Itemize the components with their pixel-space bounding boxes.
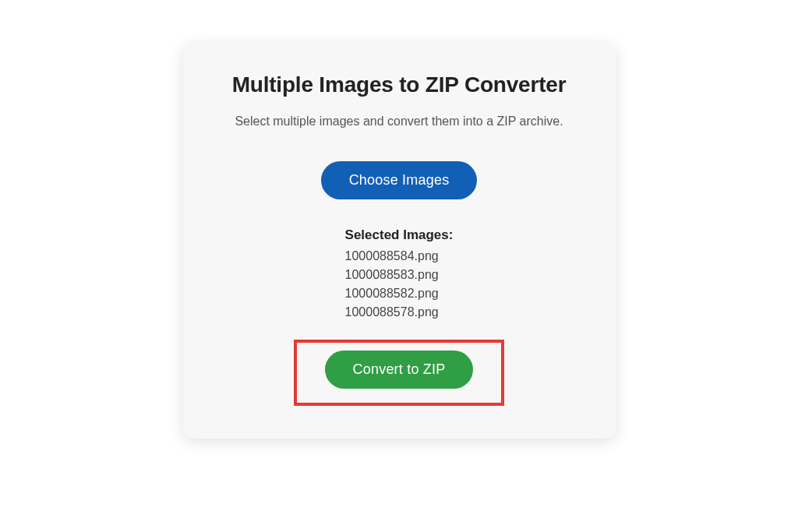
selected-images-label: Selected Images: bbox=[345, 227, 454, 243]
list-item: 1000088584.png bbox=[345, 249, 439, 263]
highlight-annotation: Convert to ZIP bbox=[294, 340, 505, 406]
choose-images-button[interactable]: Choose Images bbox=[321, 161, 478, 199]
list-item: 1000088582.png bbox=[345, 287, 439, 301]
converter-card: Multiple Images to ZIP Converter Select … bbox=[183, 43, 616, 439]
file-list: 1000088584.png 1000088583.png 1000088582… bbox=[345, 249, 439, 319]
page-subtitle: Select multiple images and convert them … bbox=[235, 115, 563, 129]
selected-images-section: Selected Images: 1000088584.png 10000885… bbox=[345, 227, 454, 319]
page-title: Multiple Images to ZIP Converter bbox=[232, 72, 567, 97]
list-item: 1000088578.png bbox=[345, 305, 439, 319]
list-item: 1000088583.png bbox=[345, 268, 439, 282]
convert-to-zip-button[interactable]: Convert to ZIP bbox=[325, 351, 474, 389]
